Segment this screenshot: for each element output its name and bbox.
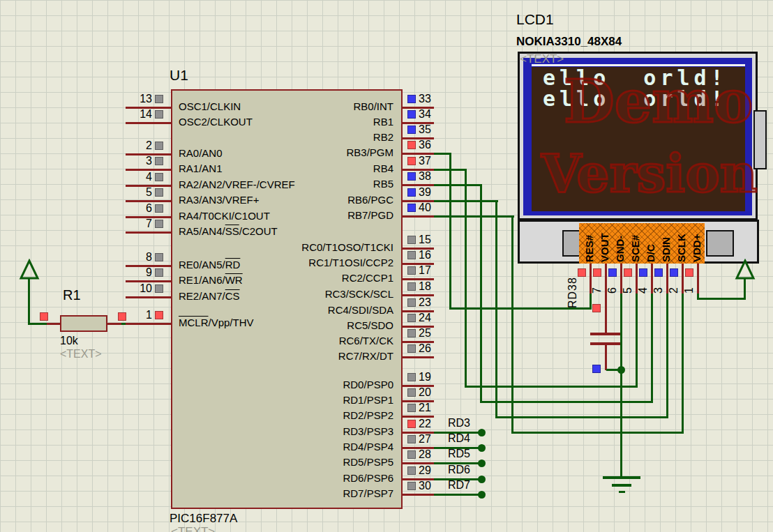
component-lead[interactable] <box>107 323 123 325</box>
wire-segment[interactable] <box>449 153 451 310</box>
pin-state-square-13 <box>155 95 163 103</box>
pin-number-40: 40 <box>419 202 431 214</box>
junction-dot <box>478 459 486 467</box>
pin-state-square-35 <box>407 126 416 134</box>
junction-dot <box>478 444 486 452</box>
pin-number-1: 1 <box>105 309 152 321</box>
mcu-pin-label: RD0/PSP0 <box>209 379 393 391</box>
mcu-pin-stub-14[interactable] <box>126 122 171 124</box>
wire-segment[interactable] <box>434 184 482 186</box>
wire-segment[interactable] <box>620 293 622 478</box>
pin-state-square-6 <box>155 204 163 213</box>
lcd-pin-stub-1[interactable] <box>697 263 699 294</box>
wire-segment[interactable] <box>29 323 47 325</box>
lcd-ref-label[interactable]: LCD1 <box>516 11 554 28</box>
component-lead[interactable] <box>605 345 607 370</box>
lcd-connector-pin-name-D/C: D/C <box>645 224 656 262</box>
wire-segment[interactable] <box>666 293 668 418</box>
wire-segment[interactable] <box>434 215 514 218</box>
mcu-pin-stub-7[interactable] <box>126 231 171 234</box>
mcu-pin-stub-40[interactable] <box>403 215 434 218</box>
resistor-body[interactable] <box>60 315 107 332</box>
power-arrow-icon[interactable] <box>19 259 40 280</box>
pin-number-14: 14 <box>105 108 152 121</box>
component-lead[interactable] <box>45 323 60 325</box>
lcd-net-label-RD3[interactable]: RD38 <box>566 264 579 308</box>
state-square <box>592 304 601 312</box>
wire-segment[interactable] <box>590 293 592 310</box>
junction-dot <box>478 491 486 499</box>
net-label-RD5[interactable]: RD5 <box>448 448 470 460</box>
wire-segment[interactable] <box>511 215 513 434</box>
pin-number-7: 7 <box>105 218 152 230</box>
mcu-part-label[interactable]: PIC16F877A <box>170 512 237 526</box>
wire-segment[interactable] <box>511 432 684 434</box>
pin-state-square-9 <box>155 268 163 277</box>
component-lead[interactable] <box>590 333 622 335</box>
pin-state-square-7 <box>155 220 163 228</box>
lcd-pin-number-7: 7 <box>592 274 603 294</box>
net-label-RD6[interactable]: RD6 <box>448 464 470 476</box>
wire-segment[interactable] <box>434 169 466 171</box>
mcu-pin-stub-10[interactable] <box>126 296 171 298</box>
net-label-RD4[interactable]: RD4 <box>448 432 470 445</box>
pin-number-16: 16 <box>419 249 431 261</box>
mcu-pin-label: RB5 <box>209 178 393 190</box>
lcd-pin-number-2: 2 <box>668 274 680 294</box>
wire-segment[interactable] <box>495 200 497 418</box>
wire-segment[interactable] <box>651 293 653 403</box>
component-lead[interactable] <box>605 294 607 333</box>
pin-number-28: 28 <box>419 448 431 461</box>
resistor-ref-label[interactable]: R1 <box>63 287 81 303</box>
pin-number-37: 37 <box>419 155 431 167</box>
pin-number-29: 29 <box>419 464 431 477</box>
pin-number-35: 35 <box>419 123 431 136</box>
pin-state-square-24 <box>407 314 416 322</box>
power-arrow-icon[interactable] <box>735 259 756 280</box>
state-square <box>40 312 48 321</box>
pin-state-square-14 <box>155 110 163 119</box>
wire-segment[interactable] <box>636 293 638 388</box>
net-label-RD7[interactable]: RD7 <box>448 479 470 492</box>
pin-number-17: 17 <box>419 264 431 277</box>
mcu-pin-label: RD1/PSP1 <box>209 394 393 406</box>
wire-segment[interactable] <box>434 494 480 496</box>
mcu-ref-label[interactable]: U1 <box>170 67 188 84</box>
ground-symbol-bar[interactable] <box>619 491 625 493</box>
wire-segment[interactable] <box>434 200 498 202</box>
pin-state-square-3 <box>155 157 163 165</box>
pin-number-6: 6 <box>105 202 152 215</box>
wire-segment[interactable] <box>480 401 653 403</box>
mcu-pin-label: RB2 <box>209 131 393 144</box>
wire-segment[interactable] <box>682 293 684 434</box>
ground-symbol-bar[interactable] <box>603 476 640 479</box>
resistor-value-label[interactable]: 10k <box>60 335 78 347</box>
mcu-pin-label: RD3/PSP3 <box>209 425 393 438</box>
ground-symbol-bar[interactable] <box>612 484 631 487</box>
mcu-pin-stub-1[interactable] <box>126 323 171 325</box>
pin-state-square-15 <box>407 236 416 244</box>
pin-number-5: 5 <box>105 186 152 199</box>
lcd-connector-pin-name-SCLK: SCLK <box>675 224 687 262</box>
pin-number-34: 34 <box>419 108 431 121</box>
wire-segment[interactable] <box>744 279 746 300</box>
mcu-pin-stub-30[interactable] <box>403 494 434 496</box>
net-label-RD3[interactable]: RD3 <box>448 417 470 430</box>
wire-segment[interactable] <box>465 386 638 388</box>
wire-segment[interactable] <box>697 298 746 300</box>
schematic-canvas[interactable]: U1 PIC16F877A <TEXT> R1 10k <TEXT> ello … <box>0 0 773 532</box>
mcu-pin-stub-26[interactable] <box>403 356 434 358</box>
wire-segment[interactable] <box>434 153 451 155</box>
mcu-pin-label: RC1/T1OSI/CCP2 <box>209 257 393 269</box>
pin-state-square-27 <box>407 435 416 443</box>
mcu-pin-label: RC0/T1OSO/T1CKI <box>209 241 393 254</box>
pin-state-square-28 <box>407 450 416 459</box>
wire-segment[interactable] <box>28 278 30 325</box>
wire-segment[interactable] <box>495 416 668 418</box>
pin-state-square-25 <box>407 329 416 337</box>
mcu-pin-label: RD5/PSP5 <box>209 456 393 469</box>
lcd-part-label[interactable]: NOKIA3310_48X84 <box>516 35 622 49</box>
pin-state-square-38 <box>407 172 416 181</box>
lcd-connector-pin-name-VOUT: VOUT <box>599 224 610 262</box>
pin-state-square-20 <box>407 388 416 397</box>
